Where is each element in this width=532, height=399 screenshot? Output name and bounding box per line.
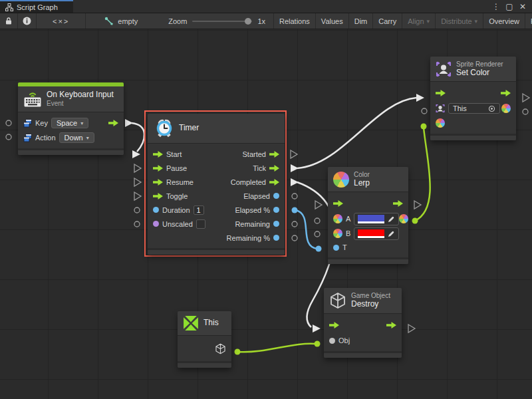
node-timer[interactable]: Timer Start Started Pause Tick Resume Co… [148,114,285,255]
port-timer-remaining-percent-out[interactable] [292,235,297,241]
port-keyboard-trigger-out[interactable] [125,119,133,127]
node-set-color[interactable]: Sprite Renderer Set Color This [430,57,516,140]
flow-out-icon[interactable] [386,322,396,329]
action-dropdown[interactable]: Down ▾ [59,132,94,143]
port-timer-elapsed-percent-out[interactable] [292,207,298,213]
port-timer-started-out[interactable] [291,150,297,158]
fullscreen-button[interactable]: Full Screen [525,13,532,29]
color-port[interactable] [436,118,445,128]
wire-keyboard-to-timer-start[interactable] [132,123,144,152]
port-setcolor-color-in[interactable] [421,124,427,130]
port-destroy-flow-in[interactable] [313,325,321,332]
port-timer-remaining-out[interactable] [292,221,297,227]
value-port[interactable] [333,245,339,251]
port-timer-unscaled-in[interactable] [134,221,140,227]
color-out-port[interactable] [501,104,511,113]
port-timer-duration-in[interactable] [134,207,140,213]
flow-out-icon[interactable] [269,165,279,172]
values-button[interactable]: Values [316,13,349,29]
target-object-field[interactable]: This [448,103,500,114]
info-button[interactable] [18,13,37,29]
flow-in-icon[interactable] [153,151,163,158]
color-b-swatch[interactable] [358,229,384,238]
distribute-button[interactable]: Distribute▾ [436,13,483,29]
sprite-port-icon[interactable] [436,104,445,113]
port-setcolor-value-out[interactable] [523,109,528,114]
node-destroy[interactable]: Game Object Destroy Obj [324,288,402,358]
port-timer-resume-in[interactable] [134,178,141,186]
object-picker-icon[interactable] [488,105,495,112]
flow-in-icon[interactable] [436,90,446,96]
node-color-lerp[interactable]: Color Lerp A [328,167,408,264]
zoom-slider[interactable] [192,21,252,22]
cube-port-icon[interactable] [215,343,226,354]
color-port[interactable] [333,214,342,223]
flow-out-icon[interactable] [269,151,279,158]
overview-button[interactable]: Overview [483,13,525,29]
node-on-keyboard-input[interactable]: On Keyboard Input Event Key Space ▾ [18,82,124,155]
eyedropper-icon[interactable] [388,230,395,237]
trigger-arrow-icon[interactable] [108,120,118,126]
maximize-icon[interactable]: ▢ [504,2,515,11]
port-timer-elapsed-out[interactable] [292,194,297,199]
port-timer-toggle-in[interactable] [134,192,141,200]
graph-canvas[interactable]: On Keyboard Input Event Key Space ▾ [0,29,532,399]
wire-elapsed-to-t[interactable] [296,210,317,249]
carry-button[interactable]: Carry [373,13,402,29]
port-lerp-b-in[interactable] [315,231,320,237]
unscaled-checkbox[interactable] [196,219,205,229]
port-lerp-flow-in[interactable] [315,201,322,209]
flow-in-icon[interactable] [153,165,163,172]
value-port[interactable] [273,207,279,213]
port-setcolor-flow-out[interactable] [523,94,529,102]
align-button[interactable]: Align▾ [402,13,436,29]
port-lerp-color-out[interactable] [412,218,418,224]
code-button[interactable]: <×> [37,13,86,29]
value-port[interactable] [153,207,159,213]
port-timer-completed-out[interactable] [291,178,299,186]
color-out-port[interactable] [399,214,408,223]
value-port[interactable] [273,235,279,241]
port-setcolor-flow-in[interactable] [416,94,424,102]
port-timer-tick-out[interactable] [291,164,299,172]
port-lerp-flow-out[interactable] [414,201,421,209]
value-port[interactable] [273,193,279,199]
value-port[interactable] [153,221,159,227]
object-port[interactable] [329,338,335,344]
menu-icon[interactable]: ⋮ [491,2,501,11]
flow-in-icon[interactable] [333,200,343,207]
flow-out-icon[interactable] [501,90,511,96]
port-setcolor-target-in[interactable] [422,108,427,114]
color-a-field[interactable] [354,213,399,225]
port-destroy-flow-out[interactable] [408,325,415,332]
port-timer-start-in[interactable] [132,150,140,158]
port-lerp-a-in[interactable] [315,218,320,223]
dim-button[interactable]: Dim [349,13,374,29]
port-keyboard-key-in[interactable] [6,120,11,126]
flow-in-icon[interactable] [153,179,163,186]
lock-button[interactable] [0,13,18,29]
close-icon[interactable]: ✕ [517,2,528,11]
flow-in-icon[interactable] [153,193,163,200]
flow-out-icon[interactable] [393,200,403,207]
flow-in-icon[interactable] [329,322,339,329]
port-this-out[interactable] [235,349,241,355]
port-destroy-obj-in[interactable] [315,341,321,347]
color-b-field[interactable] [354,227,399,240]
port-lerp-t-in[interactable] [316,246,322,252]
value-port[interactable] [273,221,279,227]
port-keyboard-action-in[interactable] [6,134,11,140]
eyedropper-icon[interactable] [388,215,395,223]
key-dropdown[interactable]: Space ▾ [51,118,88,128]
color-port[interactable] [333,229,342,238]
zoom-slider-handle[interactable] [245,18,251,25]
duration-input[interactable]: 1 [194,205,204,215]
wire-tick-to-setcolor[interactable] [297,98,416,168]
wire-this-to-obj[interactable] [237,344,316,352]
flow-out-icon[interactable] [269,179,279,186]
node-this[interactable]: This [178,311,231,368]
color-a-swatch[interactable] [358,215,384,223]
port-timer-pause-in[interactable] [134,164,141,172]
tab-script-graph[interactable]: Script Graph [0,0,73,13]
relations-button[interactable]: Relations [273,13,316,29]
